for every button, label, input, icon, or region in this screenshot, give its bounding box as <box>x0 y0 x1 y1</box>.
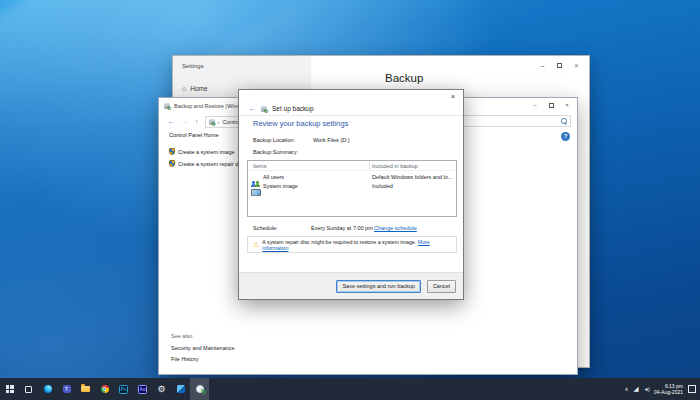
setup-backup-dialog: × ← Set up backup Review your backup set… <box>238 89 464 300</box>
row-item-label: System image <box>263 183 298 189</box>
help-icon[interactable]: ? <box>561 132 570 141</box>
see-also-heading: See also <box>171 333 192 339</box>
taskbar-app-edge[interactable] <box>38 378 57 400</box>
settings-window-title: Settings <box>182 63 204 69</box>
maximize-icon[interactable] <box>543 100 559 110</box>
column-divider <box>369 162 370 170</box>
table-header-row: Items Included in backup <box>248 161 456 171</box>
warning-icon: ⚠ <box>253 241 259 248</box>
sidebar-task-create-system-image[interactable]: Create a system image <box>169 148 235 155</box>
schedule-label: Schedule: <box>253 225 277 231</box>
taskbar-app-blue[interactable] <box>171 378 190 400</box>
search-input[interactable] <box>459 115 571 127</box>
task-view-button[interactable] <box>19 378 38 400</box>
taskbar: ⚙ ∧ ◢ ◄) 6:13 pm 04-Aug-2021 <box>0 378 700 400</box>
column-header-included[interactable]: Included in backup <box>372 163 418 169</box>
taskbar-app-settings[interactable]: ⚙ <box>152 378 171 400</box>
close-icon[interactable]: × <box>568 60 585 71</box>
clock-date: 04-Aug-2021 <box>654 389 683 396</box>
forward-icon[interactable]: → <box>181 118 189 126</box>
chevron-right-icon: › <box>218 119 220 125</box>
sidebar-link-security-maintenance[interactable]: Security and Maintenance <box>171 345 235 351</box>
close-icon[interactable]: × <box>559 100 575 110</box>
taskbar-app-file-explorer[interactable] <box>76 378 95 400</box>
column-header-items[interactable]: Items <box>253 163 266 169</box>
task-label: Create a system repair disc <box>178 161 245 167</box>
backup-location-value: Work Files (D:) <box>313 137 350 143</box>
audition-icon <box>138 385 147 394</box>
task-view-icon <box>25 386 32 393</box>
desktop: Settings ⌂ Home Backup – × Backup and Re… <box>0 0 700 400</box>
edge-icon <box>44 385 52 393</box>
table-row[interactable]: All users Default Windows folders and lo… <box>248 172 456 181</box>
dialog-header: ← Set up backup <box>239 102 463 116</box>
uac-shield-icon <box>169 148 175 155</box>
table-row[interactable]: System image Included <box>248 181 456 190</box>
sidebar-task-create-repair-disc[interactable]: Create a system repair disc <box>169 160 245 167</box>
breadcrumb-page-icon <box>209 119 215 125</box>
taskbar-app-teams[interactable] <box>57 378 76 400</box>
home-label: Home <box>190 85 207 92</box>
taskbar-app-chrome[interactable] <box>95 378 114 400</box>
start-button[interactable] <box>0 378 19 400</box>
backup-location-label: Backup Location: <box>253 137 295 143</box>
minimize-icon[interactable]: – <box>527 100 543 110</box>
backup-summary-label: Backup Summary: <box>253 149 298 155</box>
sidebar-item-home[interactable]: ⌂ Home <box>182 85 208 92</box>
dialog-title: Set up backup <box>272 105 314 112</box>
settings-page-title: Backup <box>385 72 423 84</box>
save-settings-run-backup-button[interactable]: Save settings and run backup <box>336 280 420 293</box>
change-schedule-link[interactable]: Change schedule <box>374 225 417 231</box>
up-icon[interactable]: ↑ <box>195 118 199 125</box>
chrome-icon <box>101 385 109 393</box>
system-tray: ∧ ◢ ◄) 6:13 pm 04-Aug-2021 <box>624 378 696 400</box>
backup-summary-table[interactable]: Items Included in backup All users Defau… <box>247 160 457 217</box>
window-controls: – × <box>527 100 575 110</box>
settings-window-controls: – × <box>534 60 585 71</box>
taskbar-app-audition[interactable] <box>133 378 152 400</box>
gear-icon: ⚙ <box>157 385 165 394</box>
volume-icon[interactable]: ◄) <box>643 386 649 392</box>
schedule-value: Every Sunday at 7:00 pm <box>311 225 373 231</box>
row-included-value: Included <box>372 183 393 189</box>
maximize-icon[interactable] <box>551 60 568 71</box>
photoshop-icon <box>119 385 128 394</box>
taskbar-app-backup-restore-active[interactable] <box>190 378 209 400</box>
warning-banner: ⚠ A system repair disc might be required… <box>247 236 457 253</box>
task-label: Create a system image <box>178 149 235 155</box>
windows-logo-icon <box>6 385 14 393</box>
taskbar-app-photoshop[interactable] <box>114 378 133 400</box>
backup-restore-icon <box>164 103 170 109</box>
taskbar-clock[interactable]: 6:13 pm 04-Aug-2021 <box>654 383 683 396</box>
cancel-button[interactable]: Cancel <box>427 280 456 293</box>
minimize-icon[interactable]: – <box>534 60 551 71</box>
back-icon[interactable]: ← <box>167 118 175 126</box>
dialog-footer: Save settings and run backup Cancel <box>239 272 463 299</box>
file-explorer-icon <box>81 386 90 393</box>
warning-text: A system repair disc might be required t… <box>262 239 451 251</box>
sidebar-link-file-history[interactable]: File History <box>171 356 199 362</box>
network-icon[interactable]: ◢ <box>633 386 638 393</box>
setup-backup-icon <box>261 106 267 112</box>
uac-shield-icon <box>169 160 175 167</box>
back-icon[interactable]: ← <box>248 105 256 113</box>
backup-restore-icon <box>195 385 204 394</box>
sidebar-item-control-panel-home[interactable]: Control Panel Home <box>169 132 219 138</box>
row-included-value: Default Windows folders and lo... <box>372 174 452 180</box>
home-icon: ⌂ <box>182 85 186 92</box>
blue-app-icon <box>177 385 185 393</box>
close-icon[interactable]: × <box>446 91 460 101</box>
row-item-label: All users <box>263 174 284 180</box>
teams-icon <box>63 385 71 393</box>
action-center-icon[interactable] <box>688 385 696 393</box>
system-image-icon <box>251 189 259 196</box>
search-icon <box>561 118 567 124</box>
dialog-titlebar[interactable]: × <box>239 90 463 102</box>
page-title: Review your backup settings <box>253 119 348 128</box>
show-hidden-icons-chevron[interactable]: ∧ <box>624 386 628 392</box>
